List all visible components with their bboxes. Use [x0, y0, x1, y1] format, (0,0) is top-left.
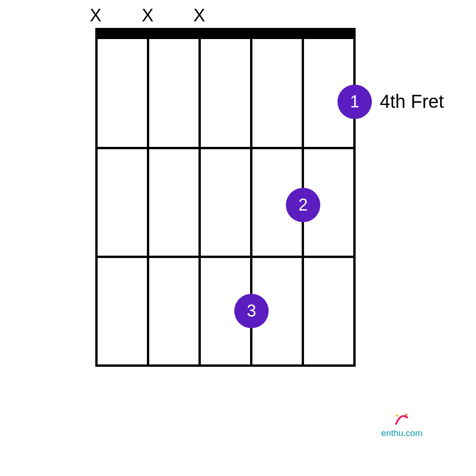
- brand-logo: enthu.com: [381, 414, 423, 438]
- mute-string-3: X: [193, 6, 205, 26]
- finger-number-3: 3: [247, 301, 256, 321]
- svg-point-1: [405, 414, 408, 416]
- finger-dot-3: 3: [234, 294, 269, 328]
- mute-markers-row: X X X: [95, 6, 356, 24]
- chord-diagram: X X X 1 2 3 4th Fret: [95, 28, 356, 377]
- mute-string-1: X: [90, 6, 101, 26]
- enthu-logo-icon: [381, 414, 423, 429]
- finger-number-2: 2: [298, 195, 308, 215]
- fret-wire-2: [95, 256, 356, 258]
- finger-number-1: 1: [350, 92, 359, 112]
- finger-dot-1: 1: [337, 85, 372, 119]
- finger-dot-2: 2: [286, 188, 320, 222]
- string-1: [95, 39, 98, 365]
- string-3: [198, 39, 201, 365]
- brand-domain-text: enthu.com: [381, 428, 423, 438]
- string-2: [147, 39, 149, 365]
- fret-wire-3: [95, 364, 356, 367]
- starting-fret-label: 4th Fret: [380, 91, 444, 112]
- svg-point-0: [396, 415, 398, 417]
- fret-wire-1: [95, 147, 356, 149]
- mute-string-2: X: [142, 6, 153, 26]
- guitar-nut: [95, 28, 356, 39]
